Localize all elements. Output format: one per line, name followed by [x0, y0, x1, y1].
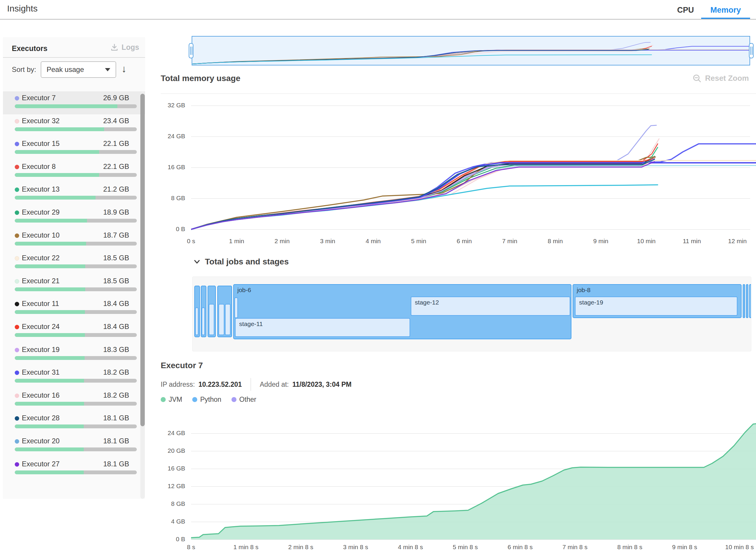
- gantt-stage-bar[interactable]: [219, 304, 224, 335]
- executor-row[interactable]: Executor 3223.4 GB: [3, 114, 145, 137]
- executor-usage-bar-fill: [15, 173, 99, 177]
- executor-row[interactable]: Executor 726.9 GB: [3, 91, 145, 114]
- logs-button[interactable]: Logs: [110, 43, 139, 52]
- executor-row[interactable]: Executor 3118.2 GB: [3, 366, 145, 389]
- executor-row[interactable]: Executor 1522.1 GB: [3, 137, 145, 160]
- gantt-stage-bar[interactable]: [234, 298, 238, 318]
- executor-usage-bar: [15, 196, 137, 200]
- executor-row[interactable]: Executor 1018.7 GB: [3, 229, 145, 252]
- executor-name: Executor 32: [22, 117, 60, 125]
- executor-peak-value: 21.2 GB: [103, 185, 129, 193]
- executor-peak-value: 18.3 GB: [103, 345, 129, 354]
- executor-peak-value: 18.1 GB: [103, 437, 129, 445]
- executor-usage-bar: [15, 264, 137, 268]
- y-axis-tick-label: 32 GB: [160, 102, 185, 109]
- y-axis-tick-label: 24 GB: [160, 429, 185, 437]
- executor-color-dot: [15, 279, 19, 284]
- executor-name: Executor 20: [22, 437, 60, 445]
- executor-peak-value: 18.5 GB: [103, 277, 129, 285]
- y-axis-tick-label: 0 B: [160, 226, 185, 233]
- y-axis-tick-label: 24 GB: [160, 133, 185, 140]
- executor-row[interactable]: Executor 2418.4 GB: [3, 320, 145, 343]
- executor-usage-bar: [15, 219, 137, 223]
- tab-memory-label: Memory: [710, 6, 741, 15]
- executor-row[interactable]: Executor 2218.5 GB: [3, 251, 145, 274]
- gantt-stage-label: stage-19: [579, 299, 603, 306]
- executor-row[interactable]: Executor 1918.3 GB: [3, 343, 145, 366]
- executor-row[interactable]: Executor 1321.2 GB: [3, 183, 145, 206]
- x-axis-tick-label: 11 min: [671, 238, 712, 245]
- legend-color-dot: [231, 397, 236, 402]
- executor-name: Executor 22: [22, 254, 60, 262]
- executor-row[interactable]: Executor 2918.9 GB: [3, 206, 145, 229]
- gantt-job-bar[interactable]: [749, 284, 751, 318]
- gantt-stage-bar[interactable]: stage-19: [575, 297, 738, 316]
- gantt-stage-bar[interactable]: [202, 307, 205, 335]
- executor-usage-bar-fill: [15, 310, 85, 314]
- total-memory-line-chart[interactable]: [191, 100, 756, 233]
- brush-handle-right[interactable]: [749, 43, 754, 58]
- executor-row[interactable]: Executor 1618.2 GB: [3, 389, 145, 412]
- executor-row[interactable]: Executor 2818.1 GB: [3, 411, 145, 434]
- executor-usage-bar-fill: [15, 127, 104, 131]
- executor-peak-value: 26.9 GB: [103, 94, 129, 102]
- executor-usage-bar: [15, 173, 137, 177]
- legend-item: JVM: [161, 396, 182, 404]
- executor-row[interactable]: Executor 2018.1 GB: [3, 434, 145, 458]
- zoom-brush-strip[interactable]: [192, 36, 750, 65]
- y-axis-tick-label: 8 GB: [160, 194, 185, 202]
- chevron-down-icon: [105, 68, 110, 71]
- chart-line: [191, 158, 655, 230]
- executor-color-dot: [15, 96, 19, 100]
- reset-zoom-button[interactable]: Reset Zoom: [693, 74, 749, 83]
- executor-usage-bar: [15, 104, 137, 108]
- executor-row[interactable]: Executor 1118.4 GB: [3, 297, 145, 320]
- gantt-stage-bar[interactable]: [225, 304, 231, 335]
- ip-address-label: IP address:: [161, 381, 195, 389]
- x-axis-tick-label: 8 min 8 s: [609, 544, 651, 551]
- executor-memory-area-chart[interactable]: [191, 418, 756, 540]
- executor-color-dot: [15, 233, 19, 238]
- sort-by-label: Sort by:: [12, 65, 36, 74]
- tab-cpu[interactable]: CPU: [674, 2, 697, 18]
- executor-usage-bar: [15, 356, 137, 360]
- executor-row[interactable]: Executor 2718.1 GB: [3, 458, 145, 480]
- x-axis-tick-label: 6 min 8 s: [500, 544, 541, 551]
- gantt-job-bar[interactable]: [746, 284, 748, 318]
- gantt-stage-bar[interactable]: stage-11: [235, 318, 410, 337]
- sort-select[interactable]: Peak usage: [41, 61, 116, 78]
- gantt-stage-bar[interactable]: [209, 304, 214, 335]
- gantt-stage-label: stage-11: [239, 320, 263, 327]
- executor-color-dot: [15, 325, 19, 329]
- executor-color-dot: [15, 394, 19, 398]
- executor-usage-bar: [15, 310, 137, 314]
- x-axis-tick-label: 8 s: [170, 544, 212, 551]
- brush-handle-left[interactable]: [189, 43, 194, 58]
- executor-name: Executor 15: [22, 140, 60, 148]
- executor-name: Executor 21: [22, 277, 60, 285]
- brush-mini-chart: [192, 36, 750, 65]
- gantt-job-bar[interactable]: [743, 284, 745, 318]
- x-axis-tick-label: 12 min: [717, 238, 756, 245]
- executor-peak-value: 18.4 GB: [103, 300, 129, 308]
- x-axis-tick-label: 9 min 8 s: [664, 544, 705, 551]
- gantt-stage-bar[interactable]: [195, 307, 199, 335]
- jobs-section-toggle[interactable]: Total jobs and stages: [193, 257, 289, 266]
- y-axis-tick-label: 4 GB: [160, 518, 185, 525]
- gantt-stage-bar[interactable]: stage-12: [411, 297, 570, 316]
- executor-list: Executor 726.9 GBExecutor 3223.4 GBExecu…: [3, 91, 145, 499]
- sort-direction-button[interactable]: ↓: [122, 63, 127, 75]
- y-axis-tick-label: 12 GB: [160, 483, 185, 490]
- x-axis-tick-label: 1 min: [216, 238, 257, 245]
- executor-meta-row: IP address: 10.223.52.201 Added at: 11/8…: [161, 378, 352, 391]
- insights-page: Insights CPU Memory Executors Logs Sort …: [0, 0, 756, 553]
- chart-line: [192, 55, 652, 64]
- page-title: Insights: [7, 4, 37, 14]
- section-divider: [161, 93, 756, 94]
- tab-memory[interactable]: Memory: [701, 2, 750, 18]
- scrollbar-thumb[interactable]: [140, 94, 145, 426]
- executor-row[interactable]: Executor 2118.5 GB: [3, 274, 145, 298]
- y-axis-tick-label: 0 B: [160, 536, 185, 543]
- chart-line: [191, 160, 756, 229]
- executor-row[interactable]: Executor 822.1 GB: [3, 160, 145, 183]
